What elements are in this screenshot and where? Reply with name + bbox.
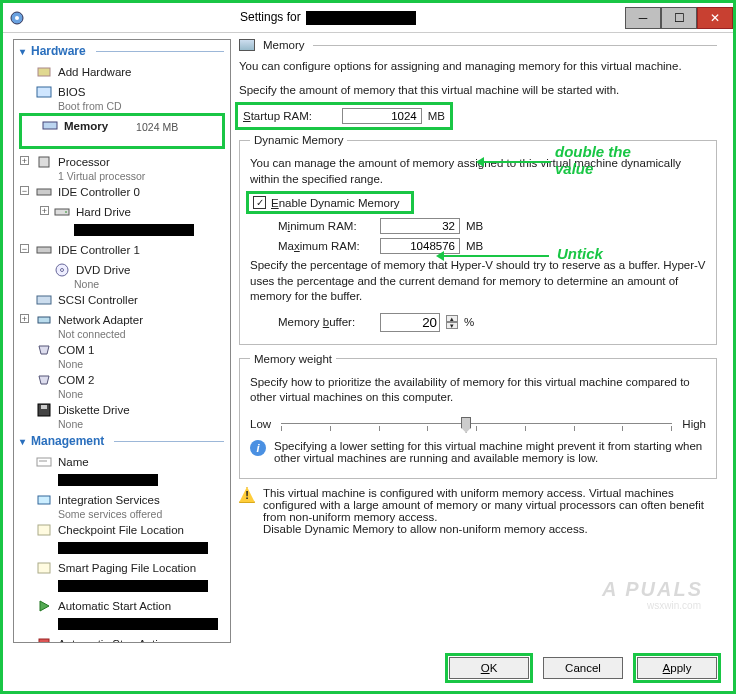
tree-bios[interactable]: BIOS [14, 82, 230, 102]
tree-mgmt-autostart[interactable]: Automatic Start Action [14, 596, 230, 616]
svg-rect-19 [38, 525, 50, 535]
svg-rect-15 [41, 405, 47, 409]
tree-mgmt-integration[interactable]: Integration Services [14, 490, 230, 510]
com-port-icon [36, 372, 52, 388]
hdd-icon [54, 204, 70, 220]
buffer-label: Memory buffer: [278, 316, 374, 328]
autostart-icon [36, 598, 52, 614]
buffer-row: Memory buffer: ▴▾ % [278, 313, 706, 332]
svg-point-8 [65, 211, 67, 213]
svg-point-1 [15, 16, 19, 20]
watermark-site: wsxwin.com [647, 600, 701, 611]
nav-tree[interactable]: ▾ Hardware Add Hardware BIOS Boot from C… [13, 39, 231, 643]
min-ram-input[interactable] [380, 218, 460, 234]
tree-add-hardware[interactable]: Add Hardware [14, 62, 230, 82]
name-icon [36, 454, 52, 470]
ok-button[interactable]: OK [449, 657, 529, 679]
network-icon [36, 312, 52, 328]
tree-dvd[interactable]: DVD Drive [14, 260, 230, 280]
warning-icon: ! [239, 487, 255, 503]
svg-rect-18 [38, 496, 50, 504]
svg-rect-2 [38, 68, 50, 76]
tree-com2[interactable]: COM 2 [14, 370, 230, 390]
memory-weight-group: Memory weight Specify how to prioritize … [239, 353, 717, 479]
max-ram-label: Maximum RAM: [278, 240, 374, 252]
memory-settings-panel: Memory You can configure options for ass… [239, 39, 723, 643]
buffer-spinner[interactable]: ▴▾ [446, 315, 458, 329]
tree-mgmt-smart[interactable]: Smart Paging File Location [14, 558, 230, 578]
bios-icon [36, 84, 52, 100]
tree-hard-drive[interactable]: + Hard Drive [14, 202, 230, 222]
svg-rect-22 [39, 639, 49, 643]
weight-legend: Memory weight [250, 353, 336, 365]
expand-icon: ▾ [20, 436, 25, 447]
diskette-icon [36, 402, 52, 418]
tree-mgmt-name[interactable]: Name [14, 452, 230, 472]
enable-dynamic-label: Enable Dynamic Memory [271, 197, 399, 209]
high-label: High [682, 418, 706, 430]
warning-text: This virtual machine is configured with … [263, 487, 717, 535]
panel-header: Memory [263, 39, 305, 51]
maximize-button[interactable]: ☐ [661, 7, 697, 29]
svg-marker-21 [40, 601, 49, 611]
svg-point-11 [61, 269, 64, 272]
warning-row: ! This virtual machine is configured wit… [239, 487, 717, 535]
startup-ram-label: SStartup RAM:tartup RAM: [243, 110, 336, 122]
cancel-button[interactable]: Cancel [543, 657, 623, 679]
svg-rect-13 [38, 317, 50, 323]
max-ram-input[interactable] [380, 238, 460, 254]
weight-intro: Specify how to prioritize the availabili… [250, 375, 706, 406]
tree-mgmt-checkpoint[interactable]: Checkpoint File Location [14, 520, 230, 540]
weight-slider[interactable] [281, 414, 672, 434]
dvd-icon [54, 262, 70, 278]
info-text: Specifying a lower setting for this virt… [274, 440, 706, 464]
management-section[interactable]: ▾ Management [14, 430, 230, 452]
minus-icon[interactable]: − [20, 244, 29, 253]
apply-button[interactable]: Apply [637, 657, 717, 679]
plus-icon[interactable]: + [20, 156, 29, 165]
tree-scsi[interactable]: SCSI Controller [14, 290, 230, 310]
integration-icon [36, 492, 52, 508]
tree-network[interactable]: + Network Adapter [14, 310, 230, 330]
tree-processor[interactable]: + Processor [14, 152, 230, 172]
minimize-button[interactable]: ─ [625, 7, 661, 29]
startup-text: Specify the amount of memory that this v… [239, 83, 717, 99]
buffer-intro: Specify the percentage of memory that Hy… [250, 258, 706, 305]
redacted-action [58, 618, 218, 630]
add-hardware-icon [36, 64, 52, 80]
tree-diskette[interactable]: Diskette Drive [14, 400, 230, 420]
enable-dynamic-checkbox[interactable]: ✓ [253, 196, 266, 209]
com-port-icon [36, 342, 52, 358]
low-label: Low [250, 418, 271, 430]
redacted-path [58, 542, 208, 554]
plus-icon[interactable]: + [40, 206, 49, 215]
info-icon: i [250, 440, 266, 456]
plus-icon[interactable]: + [20, 314, 29, 323]
tree-mgmt-autostop[interactable]: Automatic Stop Action [14, 634, 230, 643]
startup-ram-input[interactable] [342, 108, 422, 124]
tree-memory-selected[interactable]: Memory 1024 MB [20, 114, 224, 148]
autostop-icon [36, 636, 52, 643]
min-ram-row: Minimum RAM: MB [278, 218, 706, 234]
minus-icon[interactable]: − [20, 186, 29, 195]
watermark-brand: A PUALS [602, 578, 703, 601]
title-bar: Settings for ─ ☐ ✕ [3, 3, 733, 33]
svg-rect-3 [37, 87, 51, 97]
tree-ide1[interactable]: − IDE Controller 1 [14, 240, 230, 260]
settings-icon [9, 10, 25, 26]
checkpoint-icon [36, 522, 52, 538]
tree-ide0[interactable]: − IDE Controller 0 [14, 182, 230, 202]
buffer-input[interactable] [380, 313, 440, 332]
enable-dynamic-row: ✓ Enable Dynamic Memory [250, 195, 410, 210]
hardware-section[interactable]: ▾ Hardware [14, 40, 230, 62]
close-button[interactable]: ✕ [697, 7, 733, 29]
window-title: Settings for [31, 10, 625, 25]
svg-rect-4 [43, 122, 57, 129]
redacted-vm-name [58, 474, 158, 486]
redacted-vm-name [306, 11, 416, 25]
dynamic-memory-legend: Dynamic Memory [250, 134, 347, 146]
tree-com1[interactable]: COM 1 [14, 340, 230, 360]
controller-icon [36, 184, 52, 200]
startup-ram-row: SStartup RAM:tartup RAM: MB [239, 106, 449, 126]
intro-text: You can configure options for assigning … [239, 59, 717, 75]
